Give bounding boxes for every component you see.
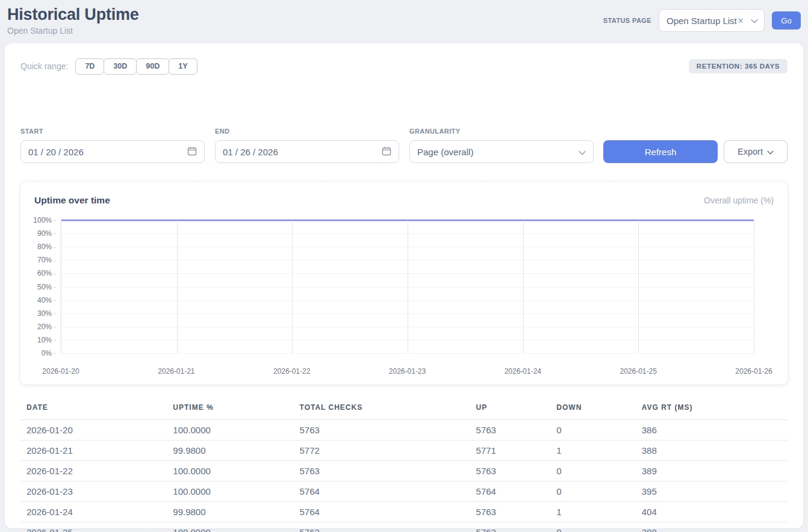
table-cell: 100.0000	[167, 420, 293, 441]
table-cell: 1	[550, 441, 635, 461]
calendar-icon[interactable]	[382, 146, 391, 158]
quick-range-label: Quick range:	[20, 61, 68, 71]
status-page-label: STATUS PAGE	[603, 17, 651, 24]
y-axis-tick: 60%	[37, 269, 56, 277]
y-axis-tick: 30%	[37, 309, 56, 318]
table-cell: 5764	[294, 481, 470, 502]
quick-range-30d-button[interactable]: 30D	[104, 58, 137, 75]
vertical-gridline	[292, 220, 293, 353]
export-label: Export	[738, 147, 763, 156]
y-axis-tick: 100%	[33, 216, 56, 224]
table-cell: 0	[550, 481, 635, 502]
table-cell: 100.0000	[167, 461, 293, 481]
end-date-value: 01 / 26 / 2026	[223, 147, 278, 157]
table-cell: 2026-01-24	[20, 502, 167, 522]
chart-title: Uptime over time	[34, 195, 110, 206]
x-axis-tick: 2026-01-26	[735, 367, 772, 376]
table-cell: 5763	[470, 502, 551, 522]
table-cell: 2026-01-23	[20, 481, 167, 502]
granularity-field: GRANULARITY Page (overall)	[409, 128, 594, 163]
end-date-field: END 01 / 26 / 2026	[215, 128, 399, 163]
table-cell: 5764	[294, 502, 470, 522]
table-column-header: UPTIME %	[167, 397, 293, 420]
table-cell: 0	[550, 461, 635, 481]
table-column-header: TOTAL CHECKS	[294, 397, 470, 420]
table-cell: 5763	[470, 522, 551, 532]
refresh-button[interactable]: Refresh	[603, 140, 718, 163]
y-axis-tick: 70%	[37, 256, 56, 264]
granularity-value: Page (overall)	[417, 147, 473, 157]
x-axis: 2026-01-202026-01-212026-01-222026-01-23…	[61, 367, 754, 376]
table-cell: 1	[550, 502, 635, 522]
calendar-icon[interactable]	[187, 146, 197, 158]
end-date-input[interactable]: 01 / 26 / 2026	[215, 140, 399, 163]
x-axis-tick: 2026-01-22	[273, 367, 310, 376]
end-date-label: END	[215, 128, 399, 135]
table-cell: 5772	[294, 441, 470, 461]
table-cell: 404	[636, 502, 788, 522]
chart-header: Uptime over time Overall uptime (%)	[34, 195, 774, 206]
y-axis-tick: 50%	[37, 283, 56, 291]
quick-range-90d-button[interactable]: 90D	[136, 58, 169, 75]
uptime-chart-card: Uptime over time Overall uptime (%) 100%…	[20, 182, 788, 385]
y-axis-tick: 40%	[37, 296, 56, 305]
main-card: Quick range: 7D30D90D1Y RETENTION: 365 D…	[5, 43, 803, 528]
uptime-table: DATEUPTIME %TOTAL CHECKSUPDOWNAVG RT (MS…	[20, 397, 788, 532]
chevron-down-icon	[767, 147, 774, 156]
table-cell: 388	[636, 441, 788, 461]
quick-range-group: 7D30D90D1Y	[75, 58, 197, 75]
table-cell: 388	[636, 522, 788, 532]
granularity-select[interactable]: Page (overall)	[409, 140, 594, 163]
granularity-label: GRANULARITY	[409, 128, 594, 135]
table-column-header: AVG RT (MS)	[636, 397, 788, 420]
table-cell: 5771	[470, 441, 551, 461]
quick-range-row: Quick range: 7D30D90D1Y RETENTION: 365 D…	[20, 58, 788, 75]
table-row: 2026-01-20100.0000576357630386	[20, 420, 788, 441]
y-axis-tick: 10%	[37, 336, 56, 344]
table-cell: 100.0000	[167, 522, 293, 532]
table-row: 2026-01-23100.0000576457640395	[20, 481, 788, 502]
chart-legend: Overall uptime (%)	[704, 196, 774, 205]
vertical-gridline	[408, 220, 408, 353]
table-cell: 0	[550, 522, 635, 532]
export-button[interactable]: Export	[724, 140, 788, 163]
x-axis-tick: 2026-01-20	[42, 367, 79, 376]
table-cell: 389	[636, 461, 788, 481]
vertical-gridline	[523, 220, 524, 353]
vertical-gridline	[638, 220, 639, 353]
start-date-field: START 01 / 20 / 2026	[20, 128, 205, 163]
chevron-down-icon	[579, 147, 586, 157]
topbar-right: STATUS PAGE Open Startup List ✕ Go	[603, 9, 801, 32]
table-row: 2026-01-22100.0000576357630389	[20, 461, 788, 481]
table-cell: 5763	[294, 522, 470, 532]
table-cell: 0	[550, 420, 635, 441]
status-page-value: Open Startup List	[667, 16, 737, 26]
table-cell: 2026-01-25	[20, 522, 167, 532]
x-axis-tick: 2026-01-24	[505, 367, 541, 376]
table-column-header: DATE	[20, 397, 167, 420]
retention-badge: RETENTION: 365 DAYS	[689, 59, 788, 73]
table-cell: 99.9800	[167, 502, 293, 522]
clear-icon[interactable]: ✕	[738, 16, 744, 25]
filter-row: START 01 / 20 / 2026 END 01 / 26 / 2026	[20, 128, 788, 163]
x-axis-tick: 2026-01-23	[389, 367, 426, 376]
start-date-value: 01 / 20 / 2026	[28, 147, 84, 157]
topbar: Historical Uptime Open Startup List STAT…	[7, 0, 801, 40]
table-cell: 2026-01-22	[20, 461, 167, 481]
table-cell: 5763	[470, 420, 551, 441]
table-cell: 5763	[470, 461, 551, 481]
go-button[interactable]: Go	[772, 11, 801, 29]
y-axis-tick: 80%	[37, 243, 56, 251]
table-column-header: UP	[470, 397, 551, 420]
status-page-select[interactable]: Open Startup List ✕	[659, 9, 765, 32]
table-cell: 5763	[294, 420, 470, 441]
start-date-input[interactable]: 01 / 20 / 2026	[20, 140, 205, 163]
vertical-gridline	[754, 220, 754, 353]
quick-range-7d-button[interactable]: 7D	[75, 58, 104, 75]
y-axis-tick: 90%	[37, 229, 56, 238]
y-axis: 100%90%80%70%60%50%40%30%20%10%0%	[20, 220, 56, 353]
quick-range-1y-button[interactable]: 1Y	[169, 58, 197, 75]
table-row: 2026-01-25100.0000576357630388	[20, 522, 788, 532]
table-row: 2026-01-2199.9800577257711388	[20, 441, 788, 461]
table-cell: 100.0000	[167, 481, 293, 502]
